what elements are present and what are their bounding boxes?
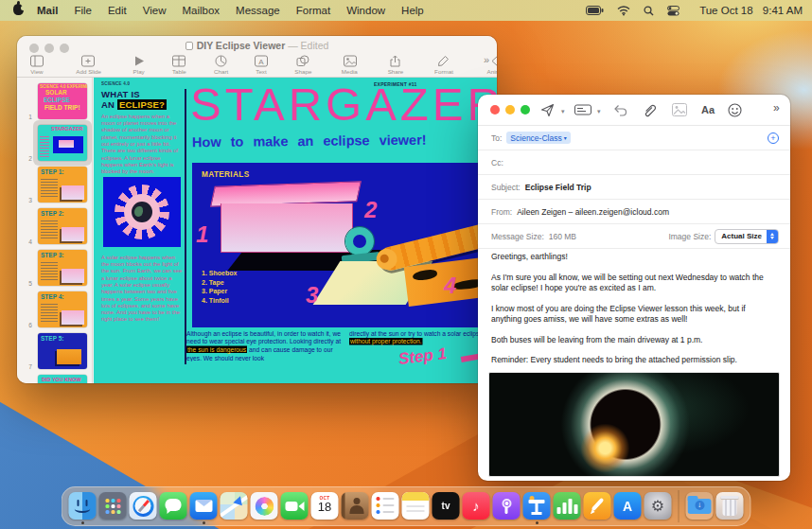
dock-icon-notes[interactable] bbox=[402, 492, 430, 520]
apple-menu[interactable] bbox=[13, 4, 24, 17]
minimize-button[interactable] bbox=[505, 105, 515, 115]
wifi-icon[interactable] bbox=[617, 6, 630, 16]
menu-file[interactable]: File bbox=[74, 5, 92, 16]
dock-icon-appstore[interactable]: A bbox=[614, 492, 642, 520]
insert-photo-icon[interactable] bbox=[672, 103, 687, 116]
dock-icon-keynote[interactable] bbox=[523, 492, 551, 520]
slide-thumbnail-2-selected[interactable]: 2 STARGAZER bbox=[17, 122, 93, 164]
running-indicator bbox=[203, 521, 205, 524]
toolbar-overflow-icon[interactable]: » bbox=[484, 54, 489, 65]
spotlight-icon[interactable] bbox=[644, 6, 654, 16]
to-field[interactable]: To: Science-Class▾ + bbox=[478, 126, 790, 150]
dock-icon-facetime[interactable] bbox=[281, 492, 309, 520]
menu-view[interactable]: View bbox=[143, 5, 167, 16]
slide-thumbnail-6[interactable]: 6 STEP 4: bbox=[17, 289, 93, 330]
dock-icon-settings[interactable]: ⚙ bbox=[644, 492, 672, 520]
dock-icon-messages[interactable] bbox=[160, 492, 187, 520]
menu-window[interactable]: Window bbox=[346, 5, 385, 16]
slide-number: 7 bbox=[25, 363, 32, 370]
send-options-chevron-icon[interactable]: ▾ bbox=[561, 108, 565, 115]
dock-icon-maps[interactable] bbox=[221, 492, 248, 520]
undo-icon[interactable] bbox=[613, 103, 627, 116]
header-fields-button[interactable] bbox=[574, 103, 591, 116]
control-center-icon[interactable] bbox=[667, 6, 680, 16]
attach-icon[interactable] bbox=[643, 103, 657, 117]
menu-edit[interactable]: Edit bbox=[108, 5, 127, 16]
dock-icon-photos[interactable] bbox=[251, 492, 278, 520]
send-button[interactable] bbox=[540, 103, 555, 117]
close-button[interactable] bbox=[490, 105, 500, 115]
slide-number: 3 bbox=[25, 197, 32, 203]
eclipse-attachment-image[interactable] bbox=[488, 372, 780, 477]
dock-icon-finder[interactable] bbox=[69, 492, 97, 520]
zoom-button[interactable] bbox=[521, 105, 530, 115]
dock-icon-trash[interactable] bbox=[716, 492, 744, 520]
dock-icon-podcasts[interactable] bbox=[493, 492, 521, 520]
media-button[interactable]: Media bbox=[334, 55, 365, 76]
body-paragraph: Greetings, earthlings! bbox=[491, 252, 777, 263]
format-button[interactable]: Aa bbox=[701, 104, 715, 115]
dock-icon-safari[interactable] bbox=[130, 492, 157, 520]
dock-icon-pages[interactable] bbox=[584, 492, 611, 520]
table-button[interactable]: Table bbox=[166, 55, 193, 76]
format-button[interactable]: Format bbox=[426, 55, 462, 76]
text-button[interactable]: AText bbox=[251, 55, 272, 76]
thumbnail-art: STEP 5: bbox=[38, 333, 87, 369]
play-button[interactable]: Play bbox=[128, 55, 150, 76]
from-field[interactable]: From: Aileen Zeigen – aileen.zeigen@iclo… bbox=[478, 200, 790, 224]
dock-icon-mail[interactable] bbox=[190, 492, 218, 520]
thumb-title: STEP 3: bbox=[41, 252, 63, 259]
slide-thumbnail-3[interactable]: 3 STEP 1: bbox=[17, 164, 93, 205]
image-size-label: Image Size: bbox=[668, 232, 711, 241]
dock-icon-numbers[interactable] bbox=[554, 492, 581, 520]
add-recipient-button[interactable]: + bbox=[768, 132, 779, 144]
recipient-token[interactable]: Science-Class▾ bbox=[506, 132, 570, 144]
body-paragraph: Both buses will be leaving from the main… bbox=[491, 335, 777, 346]
view-button[interactable]: View bbox=[25, 55, 49, 76]
thumbnail-art: STARGAZER bbox=[38, 125, 87, 161]
dock-icon-contacts[interactable] bbox=[342, 492, 369, 520]
safety-paragraph-left: Although an eclipse is beautiful, in ord… bbox=[186, 329, 345, 361]
document-proxy-icon bbox=[185, 42, 193, 50]
image-size-dropdown[interactable]: Actual Size bbox=[715, 229, 779, 244]
thumb-textlines bbox=[41, 179, 58, 198]
dock-icon-music[interactable]: ♪ bbox=[463, 492, 490, 520]
dock-icon-calendar[interactable]: OCT 18 bbox=[311, 492, 339, 520]
thumb-textlines bbox=[41, 304, 58, 323]
slide-thumbnail-4[interactable]: 4 STEP 2: bbox=[17, 205, 93, 247]
menu-mailbox[interactable]: Mailbox bbox=[182, 5, 220, 16]
slide-canvas[interactable]: SCIENCE 4.0 EXPERIMENT #11 WHAT IS AN EC… bbox=[94, 78, 497, 383]
emoji-button[interactable] bbox=[728, 103, 742, 117]
slide-thumbnail-5[interactable]: 5 STEP 3: bbox=[17, 247, 93, 289]
edited-label: — Edited bbox=[288, 40, 328, 51]
shape-button[interactable]: Shape bbox=[287, 55, 320, 76]
add-slide-button[interactable]: Add Slide bbox=[64, 55, 113, 76]
battery-icon[interactable] bbox=[586, 6, 604, 15]
dock-icon-launchpad[interactable] bbox=[99, 492, 127, 520]
fields-options-chevron-icon[interactable]: ▾ bbox=[597, 108, 601, 115]
keynote-window-title: DIY Eclipse Viewer — Edited bbox=[17, 40, 497, 51]
toolbar-overflow-icon[interactable]: » bbox=[773, 101, 780, 115]
slide-thumbnail-1[interactable]: 1 SCIENCE 4.0 EXPERIMENT #11 SOLAR ECLIP… bbox=[17, 80, 93, 122]
dock-icon-reminders[interactable] bbox=[372, 492, 399, 520]
safety-paragraph-right: directly at the sun or try to watch a so… bbox=[349, 329, 497, 345]
materials-title: MATERIALS bbox=[202, 169, 249, 178]
from-label: From: bbox=[491, 207, 512, 217]
menu-clock[interactable]: Tue Oct 18 9:41 AM bbox=[693, 5, 803, 16]
dock-icon-downloads[interactable]: ↓ bbox=[686, 492, 714, 520]
slide-thumbnail-7[interactable]: 7 STEP 5: bbox=[17, 330, 93, 372]
menu-message[interactable]: Message bbox=[236, 5, 280, 16]
dock-icon-tv[interactable]: tv bbox=[432, 492, 460, 520]
menu-app-name[interactable]: Mail bbox=[37, 5, 58, 16]
from-value: Aileen Zeigen – aileen.zeigen@icloud.com bbox=[517, 207, 669, 217]
cc-field[interactable]: Cc: bbox=[478, 150, 790, 175]
menu-help[interactable]: Help bbox=[401, 5, 424, 16]
message-size-label: Message Size: bbox=[491, 232, 544, 241]
slide-thumbnail-8[interactable]: DID YOU KNOW bbox=[17, 372, 93, 383]
chart-button[interactable]: Chart bbox=[207, 55, 235, 76]
share-button[interactable]: Share bbox=[380, 55, 411, 76]
menu-format[interactable]: Format bbox=[296, 5, 330, 16]
subject-field[interactable]: Subject: Eclipse Field Trip bbox=[478, 175, 790, 200]
thumbnail-art: STEP 1: bbox=[38, 167, 87, 203]
body-paragraph: I know most of you are doing the Eclipse… bbox=[491, 304, 777, 326]
